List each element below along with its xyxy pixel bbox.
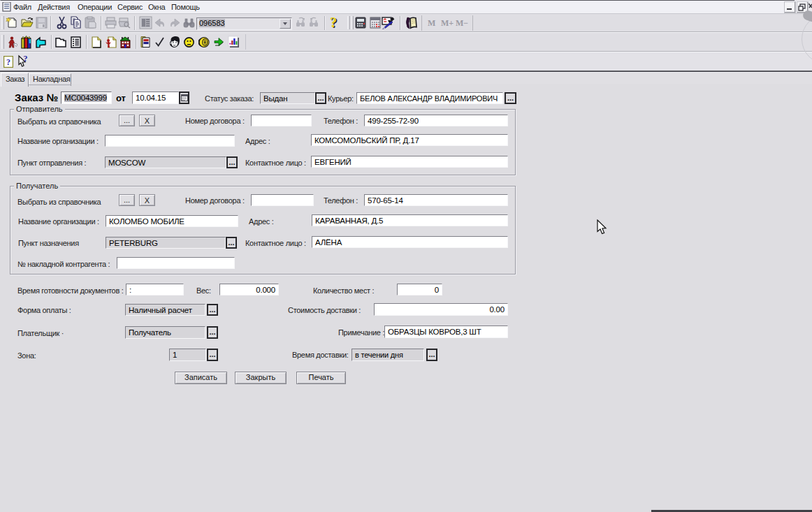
svg-text:?: ? bbox=[24, 54, 28, 64]
svg-text:?: ? bbox=[6, 57, 10, 67]
